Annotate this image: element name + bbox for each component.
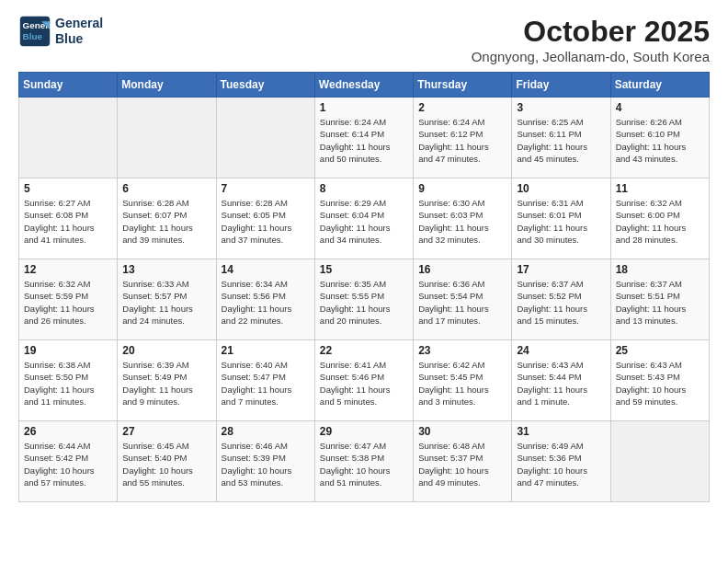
day-header-thursday: Thursday (414, 73, 512, 98)
cell-content: Sunrise: 6:35 AM Sunset: 5:55 PM Dayligh… (320, 278, 408, 327)
calendar-cell (19, 98, 118, 178)
day-header-sunday: Sunday (19, 73, 118, 98)
cell-content: Sunrise: 6:26 AM Sunset: 6:10 PM Dayligh… (616, 116, 704, 165)
calendar-cell: 21Sunrise: 6:40 AM Sunset: 5:47 PM Dayli… (216, 340, 314, 421)
day-number: 27 (122, 425, 210, 438)
subtitle: Ongnyong, Jeollanam-do, South Korea (472, 49, 710, 64)
day-number: 12 (24, 263, 112, 276)
calendar-cell: 16Sunrise: 6:36 AM Sunset: 5:54 PM Dayli… (414, 259, 512, 340)
day-header-monday: Monday (118, 73, 216, 98)
title-area: October 2025 Ongnyong, Jeollanam-do, Sou… (472, 15, 710, 64)
calendar-cell: 11Sunrise: 6:32 AM Sunset: 6:00 PM Dayli… (610, 178, 709, 259)
day-header-wednesday: Wednesday (314, 73, 413, 98)
calendar-cell: 19Sunrise: 6:38 AM Sunset: 5:50 PM Dayli… (19, 340, 118, 421)
logo-icon: General Blue (18, 15, 51, 48)
calendar-cell: 6Sunrise: 6:28 AM Sunset: 6:07 PM Daylig… (118, 178, 216, 259)
calendar-cell: 23Sunrise: 6:42 AM Sunset: 5:45 PM Dayli… (414, 340, 512, 421)
calendar-cell: 3Sunrise: 6:25 AM Sunset: 6:11 PM Daylig… (512, 98, 610, 178)
cell-content: Sunrise: 6:43 AM Sunset: 5:43 PM Dayligh… (616, 359, 704, 408)
cell-content: Sunrise: 6:42 AM Sunset: 5:45 PM Dayligh… (418, 359, 506, 408)
svg-text:Blue: Blue (23, 31, 43, 41)
day-number: 21 (222, 344, 310, 357)
cell-content: Sunrise: 6:29 AM Sunset: 6:04 PM Dayligh… (320, 197, 408, 246)
calendar-cell: 17Sunrise: 6:37 AM Sunset: 5:52 PM Dayli… (512, 259, 610, 340)
calendar-cell: 28Sunrise: 6:46 AM Sunset: 5:39 PM Dayli… (216, 421, 314, 502)
day-number: 16 (418, 263, 506, 276)
cell-content: Sunrise: 6:27 AM Sunset: 6:08 PM Dayligh… (24, 197, 112, 246)
day-number: 22 (320, 344, 408, 357)
calendar-cell: 31Sunrise: 6:49 AM Sunset: 5:36 PM Dayli… (512, 421, 610, 502)
day-header-tuesday: Tuesday (216, 73, 314, 98)
cell-content: Sunrise: 6:32 AM Sunset: 5:59 PM Dayligh… (24, 278, 112, 327)
cell-content: Sunrise: 6:49 AM Sunset: 5:36 PM Dayligh… (517, 440, 605, 488)
logo-text-line2: Blue (55, 31, 103, 47)
day-number: 20 (122, 344, 210, 357)
day-number: 11 (616, 182, 704, 195)
day-number: 10 (517, 182, 605, 195)
cell-content: Sunrise: 6:33 AM Sunset: 5:57 PM Dayligh… (122, 278, 210, 327)
calendar-cell: 29Sunrise: 6:47 AM Sunset: 5:38 PM Dayli… (314, 421, 413, 502)
cell-content: Sunrise: 6:37 AM Sunset: 5:52 PM Dayligh… (517, 278, 605, 327)
day-number: 28 (222, 425, 310, 438)
calendar-cell: 7Sunrise: 6:28 AM Sunset: 6:05 PM Daylig… (216, 178, 314, 259)
day-number: 7 (222, 182, 310, 195)
calendar-body: 1Sunrise: 6:24 AM Sunset: 6:14 PM Daylig… (19, 98, 710, 502)
day-number: 3 (517, 101, 605, 114)
calendar-cell: 18Sunrise: 6:37 AM Sunset: 5:51 PM Dayli… (610, 259, 709, 340)
calendar-cell: 5Sunrise: 6:27 AM Sunset: 6:08 PM Daylig… (19, 178, 118, 259)
header: General Blue General Blue October 2025 O… (18, 15, 710, 64)
day-number: 24 (517, 344, 605, 357)
week-row: 26Sunrise: 6:44 AM Sunset: 5:42 PM Dayli… (19, 421, 710, 502)
calendar-cell: 10Sunrise: 6:31 AM Sunset: 6:01 PM Dayli… (512, 178, 610, 259)
month-title: October 2025 (472, 15, 710, 49)
calendar-cell: 12Sunrise: 6:32 AM Sunset: 5:59 PM Dayli… (19, 259, 118, 340)
cell-content: Sunrise: 6:24 AM Sunset: 6:12 PM Dayligh… (418, 116, 506, 165)
cell-content: Sunrise: 6:32 AM Sunset: 6:00 PM Dayligh… (616, 197, 704, 246)
calendar-cell: 2Sunrise: 6:24 AM Sunset: 6:12 PM Daylig… (414, 98, 512, 178)
calendar-cell (216, 98, 314, 178)
calendar-header: SundayMondayTuesdayWednesdayThursdayFrid… (19, 73, 710, 98)
day-number: 5 (24, 182, 112, 195)
calendar-cell: 30Sunrise: 6:48 AM Sunset: 5:37 PM Dayli… (414, 421, 512, 502)
cell-content: Sunrise: 6:48 AM Sunset: 5:37 PM Dayligh… (418, 440, 506, 488)
day-number: 26 (24, 425, 112, 438)
day-number: 15 (320, 263, 408, 276)
day-number: 6 (122, 182, 210, 195)
calendar-cell: 26Sunrise: 6:44 AM Sunset: 5:42 PM Dayli… (19, 421, 118, 502)
cell-content: Sunrise: 6:28 AM Sunset: 6:05 PM Dayligh… (222, 197, 310, 246)
day-number: 4 (616, 101, 704, 114)
day-number: 17 (517, 263, 605, 276)
cell-content: Sunrise: 6:25 AM Sunset: 6:11 PM Dayligh… (517, 116, 605, 165)
day-number: 2 (418, 101, 506, 114)
calendar-cell: 13Sunrise: 6:33 AM Sunset: 5:57 PM Dayli… (118, 259, 216, 340)
calendar-cell: 8Sunrise: 6:29 AM Sunset: 6:04 PM Daylig… (314, 178, 413, 259)
calendar-cell: 4Sunrise: 6:26 AM Sunset: 6:10 PM Daylig… (610, 98, 709, 178)
day-number: 1 (320, 101, 408, 114)
calendar: SundayMondayTuesdayWednesdayThursdayFrid… (18, 72, 710, 502)
calendar-cell (118, 98, 216, 178)
week-row: 1Sunrise: 6:24 AM Sunset: 6:14 PM Daylig… (19, 98, 710, 178)
calendar-cell: 9Sunrise: 6:30 AM Sunset: 6:03 PM Daylig… (414, 178, 512, 259)
cell-content: Sunrise: 6:46 AM Sunset: 5:39 PM Dayligh… (222, 440, 310, 488)
calendar-cell (610, 421, 709, 502)
cell-content: Sunrise: 6:39 AM Sunset: 5:49 PM Dayligh… (122, 359, 210, 408)
cell-content: Sunrise: 6:28 AM Sunset: 6:07 PM Dayligh… (122, 197, 210, 246)
cell-content: Sunrise: 6:31 AM Sunset: 6:01 PM Dayligh… (517, 197, 605, 246)
cell-content: Sunrise: 6:37 AM Sunset: 5:51 PM Dayligh… (616, 278, 704, 327)
calendar-cell: 15Sunrise: 6:35 AM Sunset: 5:55 PM Dayli… (314, 259, 413, 340)
calendar-cell: 25Sunrise: 6:43 AM Sunset: 5:43 PM Dayli… (610, 340, 709, 421)
cell-content: Sunrise: 6:38 AM Sunset: 5:50 PM Dayligh… (24, 359, 112, 408)
cell-content: Sunrise: 6:34 AM Sunset: 5:56 PM Dayligh… (222, 278, 310, 327)
calendar-cell: 1Sunrise: 6:24 AM Sunset: 6:14 PM Daylig… (314, 98, 413, 178)
cell-content: Sunrise: 6:24 AM Sunset: 6:14 PM Dayligh… (320, 116, 408, 165)
calendar-cell: 24Sunrise: 6:43 AM Sunset: 5:44 PM Dayli… (512, 340, 610, 421)
calendar-cell: 22Sunrise: 6:41 AM Sunset: 5:46 PM Dayli… (314, 340, 413, 421)
cell-content: Sunrise: 6:41 AM Sunset: 5:46 PM Dayligh… (320, 359, 408, 408)
day-number: 25 (616, 344, 704, 357)
calendar-cell: 27Sunrise: 6:45 AM Sunset: 5:40 PM Dayli… (118, 421, 216, 502)
header-row: SundayMondayTuesdayWednesdayThursdayFrid… (19, 73, 710, 98)
day-number: 9 (418, 182, 506, 195)
day-number: 8 (320, 182, 408, 195)
day-number: 18 (616, 263, 704, 276)
day-number: 29 (320, 425, 408, 438)
